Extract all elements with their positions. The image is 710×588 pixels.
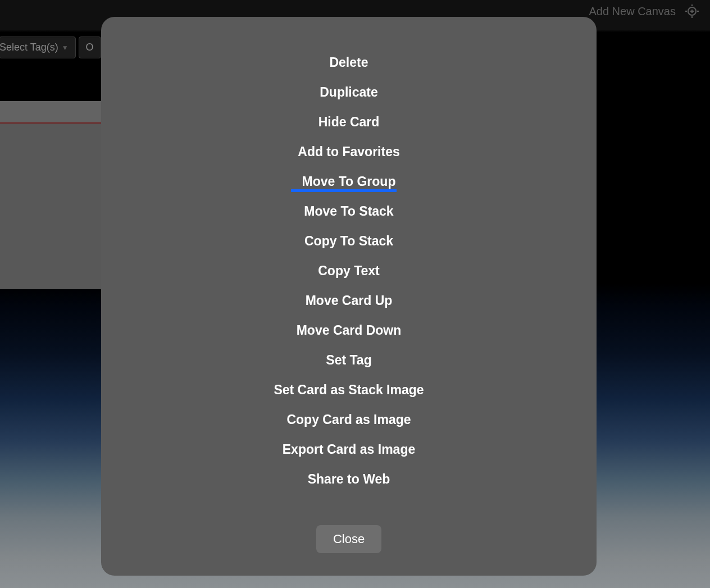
menu-item-delete[interactable]: Delete bbox=[329, 48, 368, 78]
menu-item-move-card-up[interactable]: Move Card Up bbox=[306, 286, 393, 316]
menu-item-copy-text[interactable]: Copy Text bbox=[318, 256, 379, 286]
menu-item-hide-card[interactable]: Hide Card bbox=[318, 107, 380, 137]
menu-item-move-card-down[interactable]: Move Card Down bbox=[297, 316, 402, 345]
menu-item-copy-card-as-image[interactable]: Copy Card as Image bbox=[286, 405, 411, 435]
menu-item-export-card-as-image[interactable]: Export Card as Image bbox=[283, 435, 415, 464]
menu-item-copy-to-stack[interactable]: Copy To Stack bbox=[304, 226, 393, 256]
card-actions-modal: DeleteDuplicateHide CardAdd to Favorites… bbox=[101, 17, 597, 576]
menu-list: DeleteDuplicateHide CardAdd to Favorites… bbox=[124, 48, 574, 494]
menu-item-share-to-web[interactable]: Share to Web bbox=[308, 464, 390, 494]
menu-item-add-to-favorites[interactable]: Add to Favorites bbox=[298, 137, 399, 167]
menu-item-set-tag[interactable]: Set Tag bbox=[326, 345, 371, 375]
menu-item-set-card-as-stack-image[interactable]: Set Card as Stack Image bbox=[274, 375, 424, 405]
menu-item-move-to-stack[interactable]: Move To Stack bbox=[304, 197, 393, 226]
menu-item-duplicate[interactable]: Duplicate bbox=[320, 78, 378, 107]
menu-item-move-to-group[interactable]: Move To Group bbox=[302, 167, 396, 197]
close-button[interactable]: Close bbox=[316, 525, 381, 553]
